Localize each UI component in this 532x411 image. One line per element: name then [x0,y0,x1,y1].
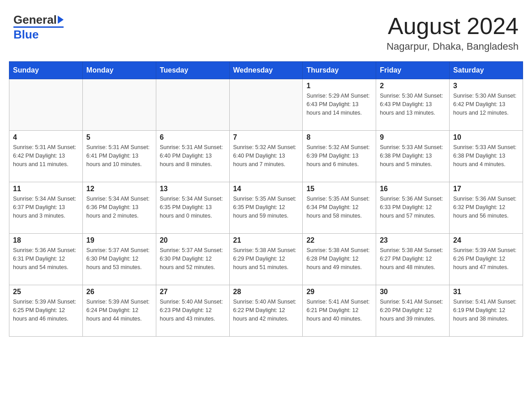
day-number: 25 [13,288,79,296]
day-number: 19 [86,236,152,244]
day-info: Sunrise: 5:33 AM Sunset: 6:38 PM Dayligh… [380,143,446,168]
day-info: Sunrise: 5:38 AM Sunset: 6:29 PM Dayligh… [233,246,299,271]
calendar-cell: 9Sunrise: 5:33 AM Sunset: 6:38 PM Daylig… [376,131,450,182]
day-info: Sunrise: 5:39 AM Sunset: 6:24 PM Dayligh… [86,298,152,323]
day-info: Sunrise: 5:41 AM Sunset: 6:19 PM Dayligh… [453,298,519,323]
calendar-week-row: 11Sunrise: 5:34 AM Sunset: 6:37 PM Dayli… [9,182,523,234]
day-info: Sunrise: 5:34 AM Sunset: 6:36 PM Dayligh… [86,195,152,220]
calendar-cell: 29Sunrise: 5:41 AM Sunset: 6:21 PM Dayli… [303,285,376,337]
day-number: 13 [160,185,226,193]
day-number: 6 [160,133,226,141]
calendar-week-row: 4Sunrise: 5:31 AM Sunset: 6:42 PM Daylig… [9,131,523,182]
calendar-cell: 15Sunrise: 5:35 AM Sunset: 6:34 PM Dayli… [303,182,376,234]
day-number: 2 [380,82,446,90]
calendar-week-row: 18Sunrise: 5:36 AM Sunset: 6:31 PM Dayli… [9,234,523,285]
calendar-cell: 7Sunrise: 5:32 AM Sunset: 6:40 PM Daylig… [229,131,303,182]
calendar-cell: 19Sunrise: 5:37 AM Sunset: 6:30 PM Dayli… [82,234,156,285]
calendar-cell: 27Sunrise: 5:40 AM Sunset: 6:23 PM Dayli… [156,285,229,337]
day-info: Sunrise: 5:37 AM Sunset: 6:30 PM Dayligh… [86,246,152,271]
day-number: 23 [380,236,446,244]
title-block: August 2024 Nagarpur, Dhaka, Bangladesh [386,13,519,52]
day-number: 17 [453,185,519,193]
day-info: Sunrise: 5:31 AM Sunset: 6:42 PM Dayligh… [13,143,79,168]
day-info: Sunrise: 5:35 AM Sunset: 6:34 PM Dayligh… [306,195,372,220]
calendar-cell: 1Sunrise: 5:29 AM Sunset: 6:43 PM Daylig… [303,79,376,131]
day-number: 22 [306,236,372,244]
calendar-cell: 5Sunrise: 5:31 AM Sunset: 6:41 PM Daylig… [82,131,156,182]
day-info: Sunrise: 5:32 AM Sunset: 6:40 PM Dayligh… [233,143,299,168]
calendar-table: SundayMondayTuesdayWednesdayThursdayFrid… [9,61,523,337]
logo: General Blue [13,13,64,41]
day-info: Sunrise: 5:32 AM Sunset: 6:39 PM Dayligh… [306,143,372,168]
day-number: 5 [86,133,152,141]
day-info: Sunrise: 5:30 AM Sunset: 6:42 PM Dayligh… [453,92,519,117]
day-number: 31 [453,288,519,296]
calendar-cell: 18Sunrise: 5:36 AM Sunset: 6:31 PM Dayli… [9,234,83,285]
day-number: 7 [233,133,299,141]
calendar-header-row: SundayMondayTuesdayWednesdayThursdayFrid… [9,62,523,79]
day-of-week-header: Saturday [450,62,523,79]
day-of-week-header: Tuesday [156,62,229,79]
day-of-week-header: Monday [82,62,156,79]
day-info: Sunrise: 5:34 AM Sunset: 6:37 PM Dayligh… [13,195,79,220]
calendar-cell: 4Sunrise: 5:31 AM Sunset: 6:42 PM Daylig… [9,131,83,182]
calendar-cell: 30Sunrise: 5:41 AM Sunset: 6:20 PM Dayli… [376,285,450,337]
day-number: 29 [306,288,372,296]
calendar-cell: 14Sunrise: 5:35 AM Sunset: 6:35 PM Dayli… [229,182,303,234]
day-number: 20 [160,236,226,244]
calendar-cell: 26Sunrise: 5:39 AM Sunset: 6:24 PM Dayli… [82,285,156,337]
day-info: Sunrise: 5:33 AM Sunset: 6:38 PM Dayligh… [453,143,519,168]
day-number: 8 [306,133,372,141]
calendar-cell: 2Sunrise: 5:30 AM Sunset: 6:43 PM Daylig… [376,79,450,131]
calendar-cell: 23Sunrise: 5:38 AM Sunset: 6:27 PM Dayli… [376,234,450,285]
day-info: Sunrise: 5:36 AM Sunset: 6:32 PM Dayligh… [453,195,519,220]
calendar-cell [82,79,156,131]
calendar-cell: 3Sunrise: 5:30 AM Sunset: 6:42 PM Daylig… [450,79,523,131]
calendar-cell: 22Sunrise: 5:38 AM Sunset: 6:28 PM Dayli… [303,234,376,285]
calendar-cell: 10Sunrise: 5:33 AM Sunset: 6:38 PM Dayli… [450,131,523,182]
calendar-cell: 20Sunrise: 5:37 AM Sunset: 6:30 PM Dayli… [156,234,229,285]
day-number: 3 [453,82,519,90]
day-number: 24 [453,236,519,244]
calendar-cell: 24Sunrise: 5:39 AM Sunset: 6:26 PM Dayli… [450,234,523,285]
calendar-cell: 25Sunrise: 5:39 AM Sunset: 6:25 PM Dayli… [9,285,83,337]
day-number: 1 [306,82,372,90]
day-number: 10 [453,133,519,141]
calendar-cell [229,79,303,131]
calendar-week-row: 25Sunrise: 5:39 AM Sunset: 6:25 PM Dayli… [9,285,523,337]
day-info: Sunrise: 5:31 AM Sunset: 6:41 PM Dayligh… [86,143,152,168]
day-number: 21 [233,236,299,244]
location-title: Nagarpur, Dhaka, Bangladesh [386,41,519,52]
day-number: 18 [13,236,79,244]
day-number: 12 [86,185,152,193]
day-info: Sunrise: 5:39 AM Sunset: 6:25 PM Dayligh… [13,298,79,323]
day-of-week-header: Wednesday [229,62,303,79]
day-info: Sunrise: 5:38 AM Sunset: 6:28 PM Dayligh… [306,246,372,271]
calendar-cell: 12Sunrise: 5:34 AM Sunset: 6:36 PM Dayli… [82,182,156,234]
calendar-cell: 31Sunrise: 5:41 AM Sunset: 6:19 PM Dayli… [450,285,523,337]
day-info: Sunrise: 5:30 AM Sunset: 6:43 PM Dayligh… [380,92,446,117]
day-of-week-header: Friday [376,62,450,79]
day-info: Sunrise: 5:39 AM Sunset: 6:26 PM Dayligh… [453,246,519,271]
day-number: 27 [160,288,226,296]
calendar-cell: 28Sunrise: 5:40 AM Sunset: 6:22 PM Dayli… [229,285,303,337]
calendar-cell: 6Sunrise: 5:31 AM Sunset: 6:40 PM Daylig… [156,131,229,182]
day-number: 28 [233,288,299,296]
calendar-cell [156,79,229,131]
day-info: Sunrise: 5:41 AM Sunset: 6:20 PM Dayligh… [380,298,446,323]
calendar-week-row: 1Sunrise: 5:29 AM Sunset: 6:43 PM Daylig… [9,79,523,131]
page-header: General Blue August 2024 Nagarpur, Dhaka… [9,9,523,52]
calendar-cell: 11Sunrise: 5:34 AM Sunset: 6:37 PM Dayli… [9,182,83,234]
logo-triangle-icon [58,16,64,24]
logo-general-text: General [13,13,57,26]
day-info: Sunrise: 5:37 AM Sunset: 6:30 PM Dayligh… [160,246,226,271]
day-of-week-header: Thursday [303,62,376,79]
calendar-cell: 13Sunrise: 5:34 AM Sunset: 6:35 PM Dayli… [156,182,229,234]
day-info: Sunrise: 5:29 AM Sunset: 6:43 PM Dayligh… [306,92,372,117]
day-number: 16 [380,185,446,193]
day-info: Sunrise: 5:36 AM Sunset: 6:31 PM Dayligh… [13,246,79,271]
day-number: 9 [380,133,446,141]
calendar-cell: 17Sunrise: 5:36 AM Sunset: 6:32 PM Dayli… [450,182,523,234]
day-info: Sunrise: 5:31 AM Sunset: 6:40 PM Dayligh… [160,143,226,168]
day-info: Sunrise: 5:36 AM Sunset: 6:33 PM Dayligh… [380,195,446,220]
